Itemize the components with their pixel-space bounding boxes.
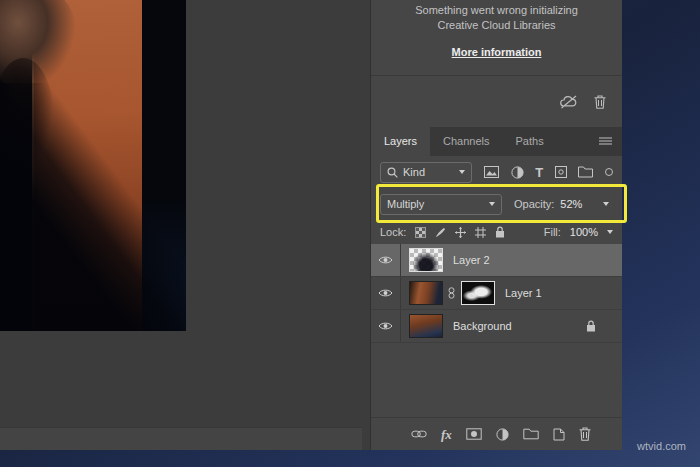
panel-tab-bar: Layers Channels Paths xyxy=(371,127,622,156)
filter-pixel-layers-icon[interactable] xyxy=(484,166,499,178)
visibility-eye-icon[interactable] xyxy=(371,244,401,276)
visibility-eye-icon[interactable] xyxy=(371,277,401,309)
background-thumbnail[interactable] xyxy=(409,314,443,338)
lock-transparency-icon[interactable] xyxy=(415,227,426,238)
tab-channels[interactable]: Channels xyxy=(430,127,502,156)
photo-canvas xyxy=(0,0,186,331)
fill-label: Fill: xyxy=(544,226,561,238)
layer-row-layer-2[interactable]: Layer 2 xyxy=(371,244,622,277)
layers-list: Layer 2 xyxy=(371,244,622,343)
tab-paths[interactable]: Paths xyxy=(503,127,557,156)
opacity-chevron-icon[interactable] xyxy=(603,202,609,206)
panel-menu-icon[interactable] xyxy=(599,137,622,146)
opacity-label: Opacity: xyxy=(514,198,554,210)
fill-value[interactable]: 100% xyxy=(570,226,598,238)
lock-label: Lock: xyxy=(380,226,406,238)
link-layers-icon[interactable] xyxy=(411,430,427,438)
filtering-toggle-icon[interactable] xyxy=(605,168,613,176)
search-icon xyxy=(387,167,398,178)
layer-filter-row: Kind xyxy=(371,156,622,188)
filter-icon-group: T xyxy=(484,166,613,179)
layer2-thumbnail[interactable] xyxy=(409,248,443,272)
desktop-background: Something went wrong initializing Creati… xyxy=(0,0,700,467)
layer-name[interactable]: Layer 1 xyxy=(505,287,542,299)
layer1-mask-thumbnail[interactable] xyxy=(461,281,495,305)
chevron-down-icon xyxy=(489,202,495,206)
chevron-down-icon xyxy=(459,170,465,174)
blend-mode-row: Multiply Opacity: 52% xyxy=(371,188,622,220)
watermark-text: wtvid.com xyxy=(637,440,686,452)
layer-row-layer-1[interactable]: Layer 1 xyxy=(371,277,622,310)
new-group-folder-icon[interactable] xyxy=(523,428,539,440)
filter-adjustment-layers-icon[interactable] xyxy=(511,166,524,179)
cc-libraries-error-block: Something went wrong initializing Creati… xyxy=(371,0,622,76)
background-lock-icon xyxy=(586,320,596,332)
delete-layer-trash-icon[interactable] xyxy=(579,427,591,441)
filter-shape-layers-icon[interactable] xyxy=(555,166,567,178)
blend-mode-value: Multiply xyxy=(387,198,424,210)
layers-panel: Something went wrong initializing Creati… xyxy=(370,0,622,450)
filter-kind-label: Kind xyxy=(403,166,425,178)
adjustment-layer-icon[interactable] xyxy=(496,428,509,441)
layer-name[interactable]: Background xyxy=(453,320,512,332)
layer-name[interactable]: Layer 2 xyxy=(453,254,490,266)
visibility-eye-icon[interactable] xyxy=(371,310,401,342)
sync-disabled-icon[interactable] xyxy=(559,95,578,109)
tab-layers[interactable]: Layers xyxy=(371,127,430,156)
layers-bottom-toolbar: fx xyxy=(371,417,622,450)
filter-type-dropdown[interactable]: Kind xyxy=(380,162,472,183)
error-line-2: Creative Cloud Libraries xyxy=(371,18,622,33)
libraries-action-row xyxy=(371,77,622,127)
add-layer-mask-icon[interactable] xyxy=(466,428,482,440)
layer1-thumbnail[interactable] xyxy=(409,281,443,305)
mask-link-chain-icon[interactable] xyxy=(447,287,456,299)
layer-row-background[interactable]: Background xyxy=(371,310,622,343)
photoshop-window: Something went wrong initializing Creati… xyxy=(0,0,622,450)
lock-artboard-icon[interactable] xyxy=(475,227,486,238)
photo-shadow-shape xyxy=(0,83,186,331)
canvas-scrollbar-strip[interactable] xyxy=(0,427,362,450)
opacity-value[interactable]: 52% xyxy=(560,198,582,210)
lock-move-icon[interactable] xyxy=(455,227,466,238)
more-information-link[interactable]: More information xyxy=(452,46,542,58)
error-line-1: Something went wrong initializing xyxy=(371,3,622,18)
blend-mode-dropdown[interactable]: Multiply xyxy=(380,194,502,215)
lock-paint-brush-icon[interactable] xyxy=(435,227,446,238)
lock-row: Lock: xyxy=(371,220,622,244)
filter-smart-objects-icon[interactable] xyxy=(578,166,593,178)
filter-type-layers-icon[interactable]: T xyxy=(535,166,543,179)
layer-style-fx-icon[interactable]: fx xyxy=(441,428,452,441)
delete-library-trash-icon[interactable] xyxy=(594,95,606,109)
new-layer-icon[interactable] xyxy=(553,428,565,441)
lock-all-icon[interactable] xyxy=(495,226,505,238)
fill-chevron-icon[interactable] xyxy=(607,230,613,234)
